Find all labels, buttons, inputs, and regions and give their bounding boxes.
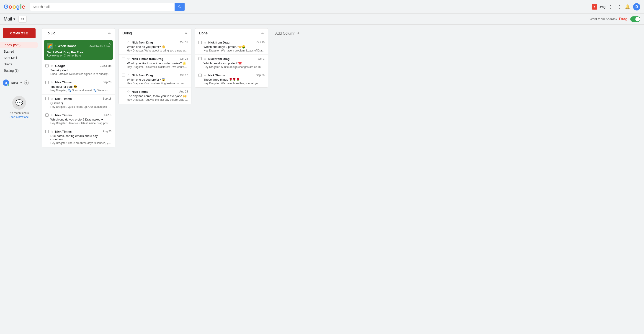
sidebar-item-inbox[interactable]: Inbox (275) [0,42,38,48]
column-header-done: Done ✏ [195,28,268,38]
card-date: Oct 24 [180,57,188,60]
card-star[interactable]: ☆ [50,113,53,117]
column-body-todo: ✕ 🌈 1 Week Boost Available for 1 day Get… [42,38,115,147]
card-checkbox[interactable] [45,81,48,84]
edit-icon-doing[interactable]: ✏ [185,32,188,35]
card-star[interactable]: ☆ [204,40,206,44]
column-header-doing: Doing ✏ [119,28,191,38]
sidebar-item-starred[interactable]: Starred [0,48,38,55]
add-account-button[interactable]: + [24,80,29,85]
card-date: Oct 17 [180,74,188,77]
email-card[interactable]: ☆ Nick from Drag Oct 3 Which one do you … [195,55,268,71]
card-checkbox[interactable] [198,57,202,60]
card-checkbox[interactable] [122,74,125,77]
sidebar-item-testing[interactable]: Testing (1) [0,68,38,74]
card-preview: Duda Bardavid New device signed in to du… [50,72,112,76]
email-card[interactable]: ☆ Nick Timms from Drag Oct 24 Would you … [119,55,191,71]
add-column-header: Add Column + [272,28,336,38]
email-card[interactable]: ☆ Nick Timms Aug 28 The day has come, th… [119,88,191,104]
search-button[interactable] [174,3,184,11]
email-card[interactable]: ☆ Nick from Drag Oct 10 Which one do you… [195,38,268,55]
boost-close-button[interactable]: ✕ [108,42,111,46]
card-star[interactable]: ☆ [204,73,206,77]
card-checkbox[interactable] [45,64,48,68]
start-chat-link[interactable]: Start a new one [10,116,29,119]
email-card[interactable]: ☆ Nick Timms Aug 25 Due dates, sorting e… [42,127,115,147]
card-date: Sep 18 [103,97,112,100]
card-star[interactable]: ☆ [50,97,53,100]
mail-label[interactable]: Mail ▼ [4,16,16,22]
edit-icon-todo[interactable]: ✏ [108,32,111,35]
card-star[interactable]: ☆ [127,40,130,44]
email-card[interactable]: ☆ Nick Timms Sep 18 Quickie :) Hey Drags… [42,94,115,111]
card-subject: Which one do you prefer? 🎀 [204,62,264,65]
email-card[interactable]: ☆ Nick Timms Sep 5 Which one do you pref… [42,111,115,127]
card-checkbox[interactable] [198,74,202,77]
card-star[interactable]: ☆ [127,73,130,77]
email-card[interactable]: ☆ Nick from Drag Oct 17 Which one do you… [119,71,191,88]
card-date: Oct 31 [180,41,188,44]
card-checkbox[interactable] [122,90,125,93]
email-card-header: ☆ Nick Timms Sep 18 [45,97,112,100]
board-area: To Do ✏ ✕ 🌈 1 Week Boost Available for 1… [38,24,644,334]
card-date: 10:53 am [100,64,112,68]
online-indicator [7,84,9,86]
edit-icon-done[interactable]: ✏ [262,32,264,35]
search-input[interactable] [30,5,174,9]
secondary-right: Want team boards? Drag. [590,16,640,22]
card-star[interactable]: ☆ [204,57,206,60]
card-star[interactable]: ☆ [127,90,130,94]
sidebar-item-drafts[interactable]: Drafts [0,61,38,68]
card-preview: Hey Dragster. Here's our latest Inside D… [50,122,112,125]
card-sender: Nick from Drag [132,74,178,77]
notifications-icon[interactable]: 🔔 [625,4,630,10]
top-right: ▶ Drag ⋮⋮⋮ 🔔 D [592,3,640,10]
drag-app-label: ▶ Drag [592,4,606,10]
email-card-header: ☆ Nick Timms Sep 28 [45,80,112,84]
email-card-header: ☆ Nick from Drag Oct 31 [122,40,188,44]
card-star[interactable]: ☆ [127,57,130,60]
card-preview: Hey Dragster, 🐾 Short and sweet. 🐾 We're… [50,89,112,92]
email-card[interactable]: ☆ Nick Timms Sep 26 These three things 🌹… [195,71,268,88]
card-sender: Nick from Drag [208,41,255,44]
apps-icon[interactable]: ⋮⋮⋮ [608,4,622,10]
drag-toggle[interactable] [630,16,640,22]
sidebar-item-sent[interactable]: Sent Mail [0,55,38,61]
column-header-todo: To Do ✏ [42,28,115,38]
card-star[interactable]: ☆ [50,130,53,133]
card-preview: Hey Dragster. We have three things to te… [204,82,264,85]
card-checkbox[interactable] [45,97,48,100]
card-sender: Nick from Drag [132,41,178,44]
avatar[interactable]: D [633,3,640,10]
email-card[interactable]: ☆ Google 10:53 am Security alert Duda Ba… [42,62,115,78]
card-checkbox[interactable] [45,130,48,133]
card-star[interactable]: ☆ [50,64,53,68]
column-done: Done ✏ ☆ Nick from Drag Oct 10 Which one… [195,28,268,88]
card-checkbox[interactable] [198,41,202,44]
email-card-header: ☆ Nick from Drag Oct 10 [198,40,264,44]
toggle-knob [635,17,640,22]
column-title-done: Done [199,31,260,35]
card-preview: Hey Dragster. Subtle design changes are … [204,66,264,68]
card-subject: Which one do you prefer? Drag naked ♥ [50,118,112,121]
card-checkbox[interactable] [122,41,125,44]
email-card-header: ☆ Nick Timms from Drag Oct 24 [122,57,188,60]
compose-button[interactable]: COMPOSE [3,28,36,38]
card-sender: Nick Timms [55,114,102,117]
no-chats-text: No recent chats [10,112,29,114]
top-bar: Google ▶ Drag ⋮⋮⋮ 🔔 D [0,0,644,14]
card-checkbox[interactable] [45,114,48,117]
column-title-todo: To Do [46,31,106,35]
card-subject: These three things 🌹🌹🌹 [204,78,264,81]
card-date: Oct 3 [258,57,264,60]
card-checkbox[interactable] [122,57,125,60]
sidebar-account[interactable]: D Duda ▼ + [0,78,38,88]
email-card[interactable]: ☆ Nick from Drag Oct 31 Which one do you… [119,38,191,55]
refresh-button[interactable]: ↻ [18,16,27,22]
boost-available: Available for 1 day [90,45,110,48]
add-column-icon[interactable]: + [297,31,300,36]
email-card[interactable]: ☆ Nick Timms Sep 28 The best for you! 😎 … [42,78,115,94]
column-body-doing: ☆ Nick from Drag Oct 31 Which one do you… [119,38,191,104]
card-star[interactable]: ☆ [50,80,53,84]
card-preview: Hey Dragster. There are three days 'til … [50,142,112,145]
